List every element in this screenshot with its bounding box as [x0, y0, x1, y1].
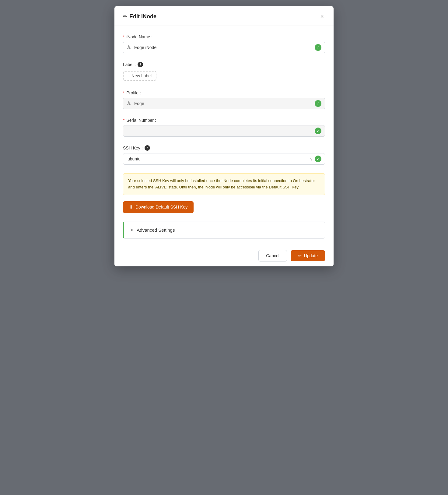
update-button[interactable]: ✏ Update [291, 250, 325, 261]
inode-name-label: * iNode Name : [123, 34, 325, 39]
modal-backdrop: ✏ Edit iNode × * iNode Name : [0, 0, 448, 495]
profile-required-star: * [123, 90, 124, 95]
modal-header: ✏ Edit iNode × [114, 6, 334, 26]
profile-group: * Profile : ✓ [123, 90, 325, 109]
modal-body: * iNode Name : ✓ [114, 26, 334, 245]
download-icon: ⬇ [129, 204, 133, 210]
inode-name-input-wrapper: ✓ [123, 42, 325, 53]
profile-inode-icon [127, 101, 131, 106]
serial-number-input-wrapper: ✓ [123, 125, 325, 137]
label-label-text: Label : [123, 62, 136, 67]
new-label-button-text: + New Label [128, 73, 152, 78]
modal-title: ✏ Edit iNode [123, 13, 156, 20]
download-default-ssh-key-button[interactable]: ⬇ Download Default SSH Key [123, 201, 194, 213]
profile-input-wrapper: ✓ [123, 98, 325, 109]
label-group: Label : i + New Label [123, 62, 325, 82]
inode-name-inode-icon [127, 45, 131, 50]
label-label: Label : i [123, 62, 325, 67]
advanced-settings-toggle[interactable]: > Advanced Settings [124, 222, 325, 238]
serial-number-input[interactable] [123, 125, 325, 137]
download-btn-text: Download Default SSH Key [135, 205, 187, 209]
modal-title-text: Edit iNode [129, 13, 156, 20]
update-pencil-icon: ✏ [298, 253, 302, 258]
svg-point-8 [127, 104, 128, 105]
chevron-right-icon: > [130, 227, 133, 233]
ssh-key-select[interactable]: ubuntu default custom [123, 153, 325, 165]
serial-number-check-icon: ✓ [315, 128, 321, 134]
svg-point-5 [128, 101, 129, 103]
new-label-button[interactable]: + New Label [123, 71, 156, 81]
ssh-key-alert-text: Your selected SSH Key will only be insta… [128, 178, 315, 189]
close-icon: × [320, 13, 324, 20]
svg-point-9 [129, 104, 130, 105]
profile-input[interactable] [123, 98, 325, 109]
ssh-key-label: SSH Key : i [123, 145, 325, 151]
label-area: + New Label [123, 70, 325, 82]
close-button[interactable]: × [319, 12, 325, 21]
serial-number-label: * Serial Number : [123, 118, 325, 123]
serial-number-required-star: * [123, 118, 124, 123]
inode-name-check-icon: ✓ [315, 44, 321, 51]
ssh-key-group: SSH Key : i ubuntu default custom ∨ ✓ [123, 145, 325, 165]
cancel-button[interactable]: Cancel [258, 250, 287, 262]
profile-label-text: Profile : [126, 90, 141, 95]
ssh-key-alert-box: Your selected SSH Key will only be insta… [123, 173, 325, 195]
ssh-key-info-icon[interactable]: i [145, 145, 150, 151]
advanced-settings-section: > Advanced Settings [123, 222, 325, 239]
svg-point-4 [129, 48, 130, 49]
profile-check-icon: ✓ [315, 100, 321, 107]
label-info-icon[interactable]: i [138, 62, 143, 67]
svg-point-3 [127, 48, 128, 49]
ssh-key-select-wrapper: ubuntu default custom ∨ ✓ [123, 153, 325, 165]
advanced-settings-label: Advanced Settings [137, 227, 175, 233]
edit-inode-modal: ✏ Edit iNode × * iNode Name : [114, 6, 334, 266]
inode-name-label-text: iNode Name : [126, 34, 152, 39]
profile-label: * Profile : [123, 90, 325, 95]
inode-name-group: * iNode Name : ✓ [123, 34, 325, 53]
edit-icon: ✏ [123, 14, 127, 19]
modal-footer: Cancel ✏ Update [114, 245, 334, 266]
cancel-button-text: Cancel [266, 253, 279, 258]
inode-name-input[interactable] [123, 42, 325, 53]
serial-number-group: * Serial Number : ✓ [123, 118, 325, 137]
serial-number-label-text: Serial Number : [126, 118, 156, 123]
ssh-key-label-text: SSH Key : [123, 146, 143, 150]
inode-name-required-star: * [123, 34, 124, 39]
svg-point-0 [128, 45, 129, 47]
update-button-text: Update [304, 253, 318, 258]
